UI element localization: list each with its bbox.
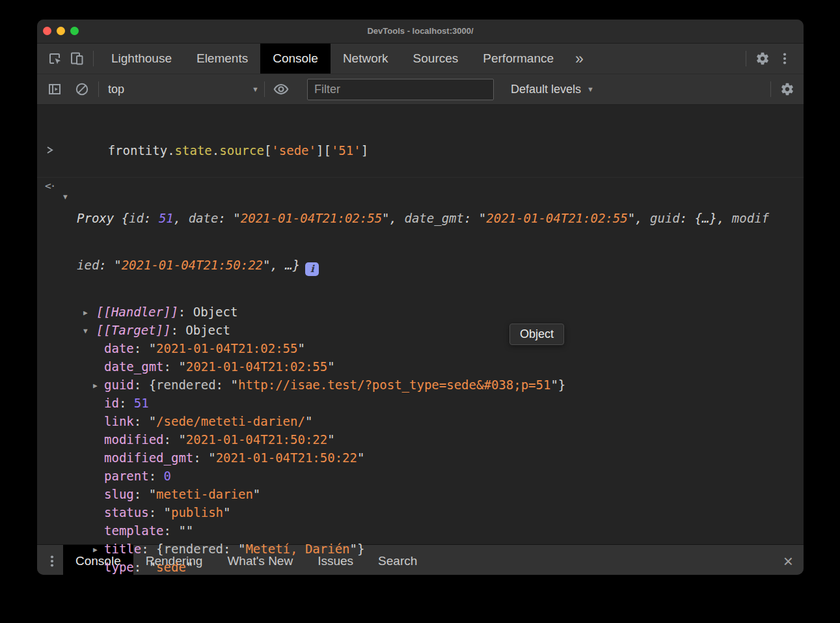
token-plain: : {: [141, 542, 163, 556]
token-plain: :: [170, 323, 185, 337]
clear-console-icon[interactable]: [71, 78, 93, 100]
tree-row[interactable]: ▶[[Handler]]: Object: [37, 303, 804, 321]
token-plain: :: [223, 542, 238, 556]
token-str: 2021-01-04T21:02:55: [241, 211, 382, 225]
token-plain: :: [149, 469, 164, 483]
token-plain: : {: [134, 378, 156, 392]
tab-performance[interactable]: Performance: [470, 44, 566, 74]
tree-row: template: "": [37, 521, 804, 540]
token-pkey: ied: [77, 258, 99, 272]
expander-icon[interactable]: ▶: [83, 304, 96, 321]
token-plain: :: [134, 560, 149, 574]
tree-row: modified_gmt: "2021-01-04T21:50:22": [37, 449, 804, 467]
token-internal: [[Handler]]: [96, 305, 178, 319]
token-str: 2021-01-04T21:02:55: [486, 211, 627, 225]
tree-row[interactable]: ▼[[Target]]: Object: [37, 321, 804, 339]
tree-row: type: "sede": [37, 558, 804, 575]
console-sidebar-icon[interactable]: [44, 78, 66, 100]
token-q: ": [327, 359, 334, 374]
token-q: ": [253, 487, 260, 501]
token-str: /sede/meteti-darien/: [156, 414, 305, 428]
expander-icon[interactable]: ▼: [63, 193, 68, 201]
token-q: ": [263, 258, 270, 272]
tab-network[interactable]: Network: [331, 44, 401, 74]
token-name: modified: [104, 432, 164, 447]
token-prop: state: [175, 143, 212, 158]
token-str: http://isae.test/?post_type=sede&#038;p=…: [238, 378, 550, 392]
token-plain: }: [357, 542, 364, 556]
divider: [770, 81, 771, 97]
expander-icon[interactable]: ▼: [83, 322, 96, 339]
token-plain: :: [193, 450, 208, 465]
evaluation-result: <· ▼ Proxy {id: 51, date: "2021-01-04T21…: [37, 178, 804, 575]
tree-row: slug: "meteti-darien": [37, 485, 804, 503]
tab-console[interactable]: Console: [260, 44, 331, 74]
token-pkey: modif: [732, 211, 769, 225]
token-name: template: [104, 523, 164, 538]
object-tree: ▶[[Handler]]: Object▼[[Target]]: Objectd…: [37, 303, 804, 575]
proxy-object-preview[interactable]: Proxy {id: 51, date: "2021-01-04T21:02:5…: [77, 180, 804, 303]
token-q: ": [208, 450, 215, 465]
chevron-down-icon: ▼: [252, 85, 259, 93]
token-op: ][: [316, 143, 331, 158]
token-q: ": [149, 414, 156, 428]
token-plain: :: [218, 211, 233, 225]
tree-row: id: 51: [37, 394, 804, 412]
settings-gear-icon[interactable]: [752, 48, 774, 70]
token-pkey: date: [189, 211, 219, 225]
token-q: ": [149, 487, 156, 501]
token-str: 2021-01-04T21:50:22: [186, 432, 327, 447]
info-icon[interactable]: i: [305, 262, 319, 276]
context-selector-label: top: [108, 83, 124, 96]
context-selector[interactable]: top ▼: [108, 83, 259, 96]
tree-row[interactable]: ▶title: {rendered: "Metetí, Darién"}: [37, 540, 804, 558]
token-q: "": [178, 523, 193, 538]
token-q: ": [149, 341, 156, 355]
token-plain: :: [144, 211, 159, 225]
token-str: '51': [331, 143, 361, 158]
token-plain: Object: [193, 305, 238, 319]
command-prompt-icon: [46, 112, 105, 188]
console-settings-gear-icon[interactable]: [776, 78, 798, 100]
more-tabs-icon[interactable]: »: [566, 50, 593, 68]
console-output: frontity.state.source['sede']['51'] <· ▼…: [37, 105, 804, 544]
token-q: ": [186, 560, 193, 574]
live-expression-eye-icon[interactable]: [270, 78, 292, 100]
device-toolbar-icon[interactable]: [66, 48, 88, 70]
expander-icon[interactable]: ▶: [93, 541, 104, 558]
tree-row: parent: 0: [37, 467, 804, 485]
evaluated-command: frontity.state.source['sede']['51']: [108, 143, 368, 158]
token-str: meteti-darien: [156, 487, 253, 501]
tab-sources[interactable]: Sources: [401, 44, 471, 74]
returned-value-icon: <·: [45, 180, 55, 192]
token-plain: , …}: [270, 258, 300, 272]
inspect-element-icon[interactable]: [44, 48, 66, 70]
token-name: status: [104, 505, 149, 519]
tab-elements[interactable]: Elements: [184, 44, 260, 74]
token-q: ": [114, 258, 121, 272]
token-plain: :: [164, 359, 179, 374]
token-str: sede: [156, 560, 186, 574]
tree-row[interactable]: ▶guid: {rendered: "http://isae.test/?pos…: [37, 376, 804, 394]
filter-input[interactable]: [307, 79, 494, 100]
token-plain: ,: [390, 211, 405, 225]
token-op: .: [167, 143, 174, 158]
token-plain: :: [164, 523, 179, 538]
token-q: ": [233, 211, 240, 225]
tab-lighthouse[interactable]: Lighthouse: [99, 44, 184, 74]
token-plain: :: [99, 258, 114, 272]
tree-row: date_gmt: "2021-01-04T21:02:55": [37, 357, 804, 376]
token-q: ": [223, 505, 230, 519]
token-pkey: guid: [650, 211, 680, 225]
main-menu-dots-icon[interactable]: [774, 48, 796, 70]
log-levels-label: Default levels: [511, 83, 581, 96]
token-pkey: id: [129, 211, 144, 225]
token-plain: :: [178, 305, 193, 319]
token-plain: :: [464, 211, 479, 225]
token-plain: :: [134, 341, 149, 355]
token-name: parent: [104, 469, 149, 483]
token-plain: }: [558, 378, 565, 392]
expander-icon[interactable]: ▶: [93, 377, 104, 394]
log-levels-dropdown[interactable]: Default levels ▼: [511, 83, 594, 96]
token-q: ": [550, 378, 558, 392]
